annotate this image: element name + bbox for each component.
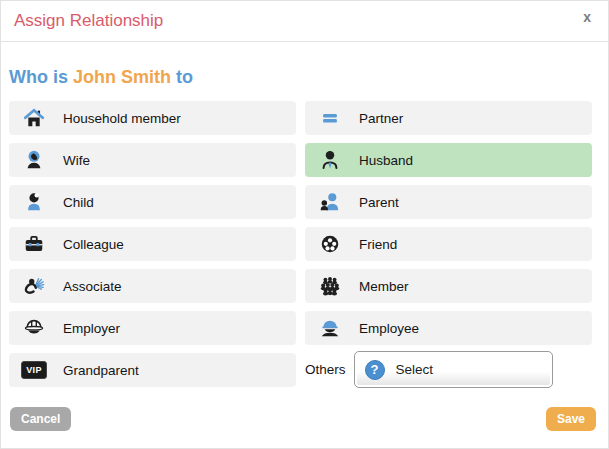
right-column: Partner Husband [305,101,592,388]
parent-pair-icon [317,190,343,214]
question-icon: ? [365,360,385,380]
option-label: Wife [63,153,90,168]
option-child[interactable]: Child [9,185,296,219]
left-column: Household member Wife [9,101,296,388]
briefcase-icon [21,232,47,256]
employer-hardhat-icon [21,316,47,340]
vip-badge-text: VIP [21,361,47,379]
husband-tie-icon [317,148,343,172]
equals-bars-icon [317,106,343,130]
option-employer[interactable]: Employer [9,311,296,345]
option-grandparent[interactable]: VIP Grandparent [9,353,296,387]
option-label: Household member [63,111,181,126]
option-label: Partner [359,111,403,126]
wife-icon [21,148,47,172]
option-member[interactable]: Member [305,269,592,303]
dialog-title: Assign Relationship [14,11,163,31]
question-heading: Who is John Smith to [9,67,600,88]
option-label: Friend [359,237,397,252]
option-label: Employee [359,321,419,336]
option-label: Associate [63,279,122,294]
dialog-header: Assign Relationship x [1,1,608,42]
option-label: Grandparent [63,363,139,378]
soccer-ball-icon [317,232,343,256]
others-label: Others [305,362,346,377]
option-colleague[interactable]: Colleague [9,227,296,261]
option-label: Employer [63,321,120,336]
close-icon[interactable]: x [579,8,595,26]
select-button-label: Select [396,362,434,377]
option-label: Parent [359,195,399,210]
option-household-member[interactable]: Household member [9,101,296,135]
option-parent[interactable]: Parent [305,185,592,219]
option-label: Child [63,195,94,210]
option-label: Member [359,279,409,294]
option-label: Husband [359,153,413,168]
employee-hardhat-icon [317,316,343,340]
others-select-button[interactable]: ? Select [354,351,553,388]
house-icon [21,106,47,130]
option-friend[interactable]: Friend [305,227,592,261]
heading-prefix: Who is [9,67,73,87]
assign-relationship-dialog: Assign Relationship x Who is John Smith … [0,0,609,449]
heading-suffix: to [171,67,193,87]
cancel-button[interactable]: Cancel [10,407,71,431]
option-employee[interactable]: Employee [305,311,592,345]
relationship-grid: Household member Wife [1,101,608,388]
option-wife[interactable]: Wife [9,143,296,177]
crowd-icon [317,274,343,298]
save-button[interactable]: Save [546,407,596,431]
option-husband[interactable]: Husband [305,143,592,177]
option-label: Colleague [63,237,124,252]
option-partner[interactable]: Partner [305,101,592,135]
others-row: Others ? Select [305,351,592,388]
child-icon [21,190,47,214]
vip-icon: VIP [21,358,47,382]
person-name: John Smith [73,67,171,87]
associate-icon [21,274,47,298]
option-associate[interactable]: Associate [9,269,296,303]
